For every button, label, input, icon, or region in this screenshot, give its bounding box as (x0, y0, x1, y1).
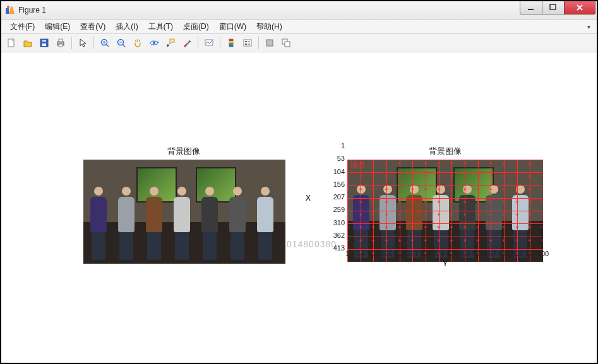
svg-line-18 (186, 41, 190, 45)
y-tick: 413 (333, 244, 345, 252)
menu-bar: 文件(F) 编辑(E) 查看(V) 插入(I) 工具(T) 桌面(D) 窗口(W… (1, 20, 597, 34)
x-tick: 374 (433, 250, 444, 257)
menu-overflow-icon[interactable]: ▾ (585, 23, 593, 30)
y-axis-ticks: 1 53 104 156 207 259 310 362 413 (317, 146, 346, 248)
x-tick: 267 (407, 250, 418, 257)
zoom-in-button[interactable] (97, 35, 112, 50)
y-tick: 207 (333, 193, 345, 201)
window-title: Figure 1 (18, 6, 46, 15)
x-tick: 587 (485, 250, 496, 257)
figure-window: Figure 1 文件(F) 编辑(E) 查看(V) 插入(I) 工具(T) 桌… (0, 0, 598, 364)
svg-line-12 (106, 44, 109, 47)
svg-rect-2 (528, 9, 534, 10)
menu-view[interactable]: 查看(V) (75, 20, 111, 33)
figure-canvas[interactable]: http://blog.csdn.net/u014800380 背景图像 背景图… (1, 52, 597, 361)
svg-rect-23 (229, 43, 233, 45)
menu-window[interactable]: 窗口(W) (214, 20, 251, 33)
menu-file[interactable]: 文件(F) (5, 20, 40, 33)
maximize-button[interactable] (542, 1, 565, 15)
svg-rect-17 (170, 39, 174, 42)
y-tick: 1 (341, 142, 345, 150)
show-plot-tools-button[interactable] (278, 35, 294, 50)
brush-button[interactable] (179, 35, 194, 50)
x-tick: 108 (368, 250, 379, 257)
matlab-figure-icon (5, 5, 15, 15)
new-figure-button[interactable] (4, 35, 19, 50)
zoom-out-button[interactable] (114, 35, 129, 50)
y-tick: 104 (333, 168, 345, 175)
print-button[interactable] (53, 35, 68, 50)
svg-rect-0 (6, 8, 9, 14)
menu-edit[interactable]: 编辑(E) (40, 20, 75, 33)
subplot-right-title: 背景图像 (347, 146, 543, 157)
title-bar: Figure 1 (1, 1, 597, 20)
x-tick: 747 (524, 250, 535, 257)
save-button[interactable] (37, 35, 52, 50)
data-cursor-button[interactable] (163, 35, 178, 50)
menu-insert[interactable]: 插入(I) (111, 20, 143, 33)
y-tick: 259 (333, 206, 345, 213)
svg-rect-24 (229, 45, 233, 47)
subplot-right: 背景图像 1 53 104 156 207 259 310 362 413 X (317, 146, 570, 262)
x-tick: 534 (472, 250, 483, 257)
svg-rect-3 (550, 4, 556, 9)
pan-button[interactable] (130, 35, 145, 50)
svg-point-1 (7, 6, 9, 8)
toolbar-separator (220, 37, 220, 49)
menu-tools[interactable]: 工具(T) (143, 20, 178, 33)
y-tick: 53 (337, 155, 345, 162)
y-tick: 310 (333, 219, 345, 226)
annotation-vertex: 顶点 (350, 160, 365, 170)
x-tick: 427 (446, 250, 457, 257)
menu-desktop[interactable]: 桌面(D) (178, 20, 214, 33)
x-axis-label: Y (347, 259, 543, 268)
insert-legend-button[interactable] (240, 35, 255, 50)
subplot-left-image (83, 160, 285, 264)
svg-rect-25 (244, 40, 251, 46)
x-tick: 1 (345, 250, 349, 257)
x-tick: 161 (381, 250, 392, 257)
link-plots-button[interactable] (201, 35, 217, 50)
svg-rect-22 (229, 41, 233, 43)
toolbar (1, 34, 597, 52)
x-tick: 480 (459, 250, 470, 257)
svg-rect-30 (266, 40, 273, 46)
toolbar-separator (198, 37, 198, 49)
insert-colorbar-button[interactable] (224, 35, 239, 50)
y-axis-label: X (306, 194, 311, 203)
svg-rect-7 (42, 40, 46, 42)
y-tick: 362 (333, 232, 345, 239)
open-button[interactable] (20, 35, 35, 50)
x-tick: 693 (511, 250, 522, 257)
hide-plot-tools-button[interactable] (262, 35, 277, 50)
svg-rect-21 (229, 39, 233, 41)
window-buttons (520, 1, 595, 14)
minimize-button[interactable] (520, 1, 542, 15)
subplot-left-title: 背景图像 (83, 146, 284, 157)
x-tick: 321 (420, 250, 431, 257)
x-tick: 214 (393, 250, 405, 257)
y-tick: 156 (333, 180, 345, 188)
toolbar-separator (258, 37, 259, 49)
subplot-left: 背景图像 (83, 146, 284, 264)
toolbar-separator (71, 37, 72, 49)
toolbar-separator (93, 37, 94, 49)
svg-rect-6 (42, 44, 46, 46)
rotate3d-button[interactable] (147, 35, 162, 50)
subplot-right-image: 顶点 (347, 160, 543, 262)
svg-rect-9 (59, 39, 63, 42)
x-tick: 54 (357, 250, 364, 257)
svg-rect-32 (285, 42, 290, 47)
svg-rect-10 (59, 44, 63, 47)
x-tick: 800 (537, 250, 549, 257)
svg-point-16 (153, 42, 155, 44)
close-button[interactable] (564, 1, 595, 15)
svg-line-14 (123, 44, 125, 47)
pointer-button[interactable] (75, 35, 90, 50)
menu-help[interactable]: 帮助(H) (251, 20, 287, 33)
x-tick: 640 (498, 250, 510, 257)
